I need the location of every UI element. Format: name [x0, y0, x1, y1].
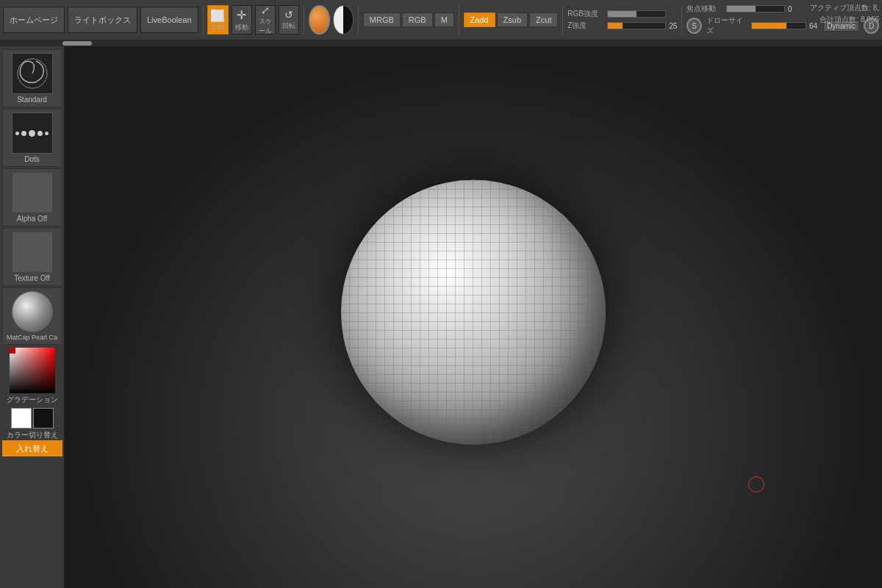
focal-shift-slider[interactable] — [726, 5, 785, 12]
separator-2 — [304, 5, 304, 35]
standard-brush-preview — [12, 53, 53, 94]
separator-3 — [358, 5, 359, 35]
draw-size-label: ドローサイズ — [706, 15, 748, 36]
top-toolbar: ホームページ ライトボックス LiveBoolean ⬜ Edit ✛ 移動 ⤢… — [0, 0, 882, 40]
z-intensity-value: 25 — [669, 22, 677, 30]
gradient-label: グラデーション — [2, 395, 62, 405]
rotate-label: 回転 — [282, 21, 295, 31]
mrgb-button[interactable]: MRGB — [363, 12, 401, 27]
move-icon: ✛ — [237, 8, 246, 22]
rgb-button[interactable]: RGB — [402, 12, 433, 27]
main-layout: Standard Dots Alpha Off Texture O — [0, 46, 882, 588]
3d-sphere — [341, 179, 606, 444]
draw-mode-button[interactable] — [309, 5, 330, 35]
black-swatch[interactable] — [33, 408, 54, 429]
home-button[interactable]: ホームページ — [3, 7, 65, 33]
svg-rect-3 — [10, 348, 15, 354]
rotate-button[interactable]: ↺ 回転 — [279, 5, 299, 35]
alpha-item[interactable]: Alpha Off — [2, 168, 62, 226]
dot-2 — [21, 131, 26, 136]
alpha-label: Alpha Off — [17, 215, 48, 223]
focal-shift-label: 焦点移動 — [686, 4, 723, 14]
matcap-item[interactable]: MatCap Pearl Ca — [2, 287, 62, 345]
dots-brush-item[interactable]: Dots — [2, 109, 62, 167]
edit-icon: ⬜ — [210, 9, 225, 23]
scale-icon: ⤢ — [261, 4, 270, 16]
svg-rect-2 — [10, 348, 55, 393]
separator-1 — [203, 5, 204, 35]
active-verts-info: アクティブ頂点数: 8, — [810, 3, 879, 13]
m-button[interactable]: M — [434, 12, 454, 27]
separator-5 — [562, 5, 563, 35]
zsub-button[interactable]: Zsub — [497, 12, 528, 27]
z-mode-group: Zadd Zsub Zcut — [464, 12, 559, 27]
color-switch-label: カラー切り替え — [2, 430, 62, 440]
color-picker-area: グラデーション カラー切り替え 入れ替え — [2, 348, 62, 456]
vertex-info: アクティブ頂点数: 8, 合計頂点数: 8,066 — [810, 3, 879, 25]
scale-label: スケール — [256, 17, 275, 36]
separator-4 — [459, 5, 459, 35]
dots-brush-label: Dots — [24, 155, 40, 163]
scroll-bar[interactable] — [0, 40, 882, 46]
standard-brush-label: Standard — [17, 96, 47, 104]
swap-button[interactable]: 入れ替え — [2, 440, 62, 456]
gradient-box[interactable] — [10, 348, 55, 393]
scroll-thumb[interactable] — [62, 41, 92, 46]
z-intensity-label: Z強度 — [567, 21, 604, 31]
dots-pattern — [15, 130, 49, 137]
matcap-preview — [12, 291, 53, 332]
rgb-intensity-row: RGB強度 — [567, 9, 677, 19]
canvas-inner — [65, 46, 882, 588]
total-verts-info: 合計頂点数: 8,066 — [820, 15, 879, 25]
scale-button[interactable]: ⤢ スケール — [255, 5, 276, 35]
dot-5 — [45, 132, 49, 135]
z-intensity-slider[interactable] — [607, 22, 666, 29]
zadd-button[interactable]: Zadd — [464, 12, 495, 27]
move-label: 移動 — [235, 23, 248, 32]
lightbox-button[interactable]: ライトボックス — [68, 7, 137, 33]
zcut-button[interactable]: Zcut — [529, 12, 558, 27]
draw-size-slider[interactable] — [751, 22, 807, 29]
render-mode-button[interactable] — [333, 5, 354, 35]
alpha-preview — [12, 172, 53, 213]
sliders-group: RGB強度 Z強度 25 — [567, 9, 677, 31]
brush-cursor — [748, 476, 764, 492]
dot-3 — [29, 130, 35, 137]
dot-4 — [37, 131, 43, 136]
standard-brush-item[interactable]: Standard — [2, 49, 62, 107]
gradient-svg — [10, 348, 55, 393]
edit-label: Edit — [212, 24, 224, 31]
canvas-area[interactable] — [65, 46, 882, 588]
left-panel: Standard Dots Alpha Off Texture O — [0, 46, 65, 588]
texture-label: Texture Off — [14, 274, 50, 282]
color-swatches — [2, 408, 62, 429]
color-mode-group: MRGB RGB M — [363, 12, 454, 27]
liveboolean-button[interactable]: LiveBoolean — [140, 7, 198, 33]
z-intensity-row: Z強度 25 — [567, 21, 677, 31]
dots-brush-preview — [12, 112, 53, 154]
white-swatch[interactable] — [11, 408, 32, 429]
focal-shift-value: 0 — [788, 5, 792, 13]
rgb-intensity-slider[interactable] — [607, 10, 666, 18]
s-button[interactable]: S — [686, 18, 702, 34]
texture-preview — [12, 232, 53, 273]
matcap-label: MatCap Pearl Ca — [7, 334, 57, 341]
spiral-icon — [14, 55, 51, 92]
sphere-container — [341, 179, 606, 444]
move-button[interactable]: ✛ 移動 — [232, 5, 252, 35]
rotate-icon: ↺ — [284, 9, 293, 21]
edit-button[interactable]: ⬜ Edit — [207, 5, 228, 35]
separator-6 — [681, 5, 682, 35]
texture-item[interactable]: Texture Off — [2, 228, 62, 286]
rgb-intensity-label: RGB強度 — [567, 9, 604, 19]
dot-1 — [15, 132, 19, 135]
